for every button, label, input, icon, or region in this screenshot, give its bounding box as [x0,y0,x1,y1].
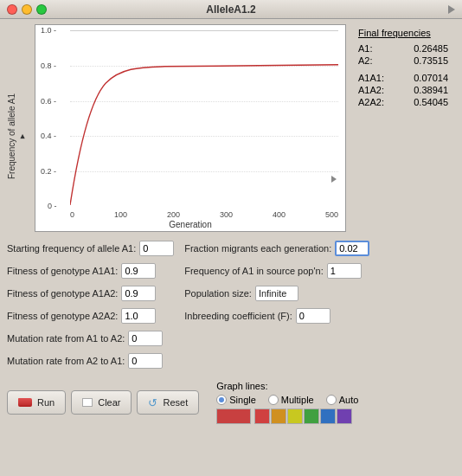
reset-button[interactable]: ↺ Reset [137,390,199,415]
param-mutation-a1-a2: Mutation rate from A1 to A2: [7,329,174,348]
graph-lines-section: Graph lines: Single Multiple Auto [216,381,358,424]
swatch-multi-2 [271,408,286,424]
clear-label: Clear [98,397,120,408]
color-swatches [216,408,358,424]
param-population-size: Population size: Infinite [184,284,369,303]
param-label-fitness-a1a1: Fitness of genotype A1A1: [7,266,118,276]
graph-lines-title: Graph lines: [216,381,358,391]
freq-row-a1a2: A1A2: 0.38941 [358,85,448,95]
chart-svg [70,30,338,207]
freq-label-a1a2: A1A2: [358,85,384,95]
param-label-population-size: Population size: [184,288,252,299]
expand-arrow-icon[interactable] [448,5,455,14]
input-freq-source[interactable] [327,263,362,279]
maximize-button[interactable] [36,4,47,15]
clear-button[interactable]: Clear [71,390,132,415]
freq-value-a1a1: 0.07014 [414,73,448,83]
freq-row-a2: A2: 0.73515 [358,55,448,66]
radio-single-btn[interactable] [216,395,227,405]
freq-value-a1a2: 0.38941 [414,85,448,95]
param-label-freq-source: Frequency of A1 in source pop'n: [184,266,323,276]
param-fitness-a1a1: Fitness of genotype A1A1: [7,261,174,280]
run-icon [18,398,32,407]
radio-multiple[interactable]: Multiple [268,395,314,405]
input-mutation-a2-a1[interactable] [128,353,163,369]
swatch-single [216,408,251,424]
chart-section: Frequency of allele A1 ▼ 1.0 - 0.8 - 0.6… [7,24,455,232]
input-fitness-a1a2[interactable] [121,286,156,301]
freq-label-a2a2: A2A2: [358,97,384,107]
input-fraction-migrants[interactable] [335,241,369,256]
param-label-fitness-a2a2: Fitness of genotype A2A2: [7,311,118,321]
freq-value-a2: 0.73515 [414,55,448,66]
param-label-mutation-a1-a2: Mutation rate from A1 to A2: [7,333,125,344]
freq-value-a2a2: 0.54045 [414,97,448,107]
param-mutation-a2-a1: Mutation rate from A2 to A1: [7,351,174,370]
run-label: Run [37,397,55,408]
freq-label-a2: A2: [358,55,373,66]
param-label-inbreeding: Inbreeding coefficient (F): [184,311,292,321]
freq-value-a1: 0.26485 [414,43,448,54]
swatch-multi-4 [304,408,319,424]
window-title: AlleleA1.2 [206,3,255,16]
window-controls[interactable] [7,4,47,15]
clear-icon [82,398,93,407]
radio-single[interactable]: Single [216,395,256,405]
param-label-fraction-migrants: Fraction migrants each generation: [184,243,331,254]
minimize-button[interactable] [22,4,32,15]
freq-panel-title: Final frequencies [358,28,448,38]
input-mutation-a1-a2[interactable] [128,331,163,346]
radio-multiple-btn[interactable] [268,395,279,405]
radio-single-label: Single [229,395,256,405]
radio-auto[interactable]: Auto [326,395,359,405]
reset-label: Reset [163,397,188,408]
param-starting-freq: Starting frequency of allele A1: [7,239,174,258]
swatch-multi-5 [320,408,336,424]
run-button[interactable]: Run [7,390,66,415]
param-label-fitness-a1a2: Fitness of genotype A1A2: [7,288,118,299]
x-axis-label: Generation [35,220,345,229]
freq-row-a1: A1: 0.26485 [358,43,448,54]
param-fitness-a2a2: Fitness of genotype A2A2: [7,306,174,325]
swatch-multi-group [254,408,352,424]
radio-group: Single Multiple Auto [216,395,358,405]
bottom-bar: Run Clear ↺ Reset Graph lines: Single [7,377,455,426]
input-fitness-a2a2[interactable] [121,308,156,324]
input-fitness-a1a1[interactable] [121,263,156,279]
params-right: Fraction migrants each generation: Frequ… [184,239,369,370]
value-population-size: Infinite [255,286,298,301]
close-button[interactable] [7,4,17,15]
param-label-starting-freq: Starting frequency of allele A1: [7,243,136,254]
freq-row-a2a2: A2A2: 0.54045 [358,97,448,107]
freq-label-a1: A1: [358,43,373,54]
params-left: Starting frequency of allele A1: Fitness… [7,239,174,370]
final-frequencies-panel: Final frequencies A1: 0.26485 A2: 0.7351… [351,24,455,232]
x-ticks: 0100200300400500 [70,210,338,219]
y-axis-label: Frequency of allele A1 ▼ [7,42,28,232]
swatch-multi-3 [287,408,303,424]
input-starting-freq[interactable] [139,241,174,256]
main-content: Frequency of allele A1 ▼ 1.0 - 0.8 - 0.6… [0,19,462,431]
freq-label-a1a1: A1A1: [358,73,384,83]
radio-auto-btn[interactable] [326,395,337,405]
param-fitness-a1a2: Fitness of genotype A1A2: [7,284,174,303]
swatch-multi-6 [337,408,352,424]
param-inbreeding: Inbreeding coefficient (F): [184,306,369,325]
title-bar: AlleleA1.2 [0,0,462,19]
chart-arrow-icon [331,176,337,183]
chart-area: 1.0 - 0.8 - 0.6 - 0.4 - 0.2 - 0 - [35,24,346,232]
parameters-section: Starting frequency of allele A1: Fitness… [7,235,455,374]
reset-icon: ↺ [148,396,157,409]
param-fraction-migrants: Fraction migrants each generation: [184,239,369,258]
param-label-mutation-a2-a1: Mutation rate from A2 to A1: [7,356,125,366]
radio-multiple-label: Multiple [281,395,314,405]
param-freq-source: Frequency of A1 in source pop'n: [184,261,369,280]
input-inbreeding[interactable] [296,308,330,324]
radio-auto-label: Auto [339,395,359,405]
swatch-multi-1 [254,408,270,424]
action-buttons: Run Clear ↺ Reset [7,390,199,415]
freq-row-a1a1: A1A1: 0.07014 [358,73,448,83]
